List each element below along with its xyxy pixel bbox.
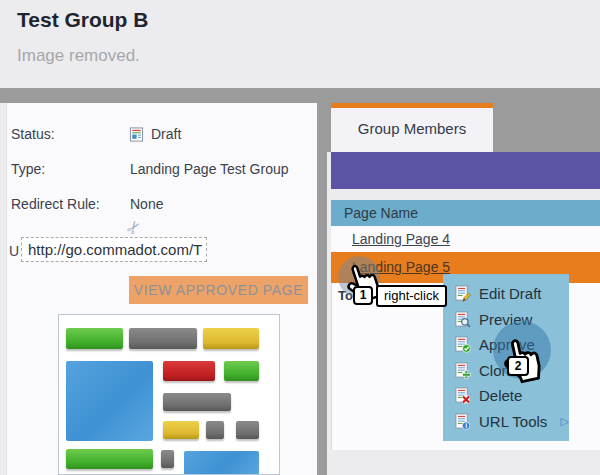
url-field[interactable]: http://go.commadot.com/T (21, 237, 207, 262)
type-label: Type: (11, 161, 45, 177)
thumb-block (206, 421, 224, 439)
step-1-badge: 1 (353, 286, 373, 305)
url-label: U (9, 243, 19, 259)
thumb-block (236, 421, 259, 439)
step-2-badge: 2 (507, 356, 529, 376)
thumb-block (161, 450, 174, 468)
thumb-block (163, 421, 199, 439)
draft-doc-icon (129, 127, 144, 146)
redirect-rule-value: None (130, 196, 163, 212)
clone-icon (454, 362, 471, 379)
toolbar-bar (331, 152, 600, 189)
menu-item-edit-draft[interactable]: Edit Draft (443, 281, 569, 307)
menu-item-label: Edit Draft (479, 285, 542, 302)
page-subtitle: Image removed. (17, 46, 140, 66)
url-tools-icon: i (454, 413, 471, 430)
thumb-block (66, 328, 123, 349)
cut-icon: ✂ (127, 217, 141, 238)
right-click-label: right-click (376, 285, 447, 307)
type-value: Landing Page Test Group (130, 161, 289, 177)
thumb-block (66, 361, 153, 441)
tab-group-members[interactable]: Group Members (331, 103, 493, 152)
status-label: Status: (11, 126, 55, 142)
delete-icon (454, 387, 471, 404)
thumb-block (163, 393, 231, 411)
thumb-block (224, 361, 259, 381)
menu-item-label: URL Tools (479, 413, 547, 430)
table-row[interactable]: Landing Page 4 (331, 226, 600, 252)
svg-text:i: i (465, 422, 467, 429)
menu-item-label: Delete (479, 387, 522, 404)
column-header-page-name: Page Name (331, 200, 600, 226)
landing-page-4-link[interactable]: Landing Page 4 (352, 231, 450, 247)
thumb-block (203, 328, 259, 349)
approve-icon (454, 336, 471, 353)
menu-item-url-tools[interactable]: i URL Tools ▷ (443, 409, 569, 435)
top-divider-bar (0, 88, 600, 103)
thumb-block (66, 449, 153, 469)
page-title: Test Group B (17, 8, 148, 32)
preview-icon (454, 311, 471, 328)
redirect-rule-label: Redirect Rule: (11, 196, 100, 212)
thumb-block (184, 451, 259, 475)
submenu-arrow-icon: ▷ (560, 415, 568, 428)
thumb-block (129, 328, 197, 349)
status-value: Draft (151, 126, 181, 142)
edit-draft-icon (454, 285, 471, 302)
view-approved-page-button[interactable]: VIEW APPROVED PAGE (129, 276, 308, 304)
page-thumbnail (58, 314, 280, 475)
thumb-block (163, 361, 215, 381)
menu-item-delete[interactable]: Delete (443, 383, 569, 409)
panel-divider (316, 152, 327, 475)
